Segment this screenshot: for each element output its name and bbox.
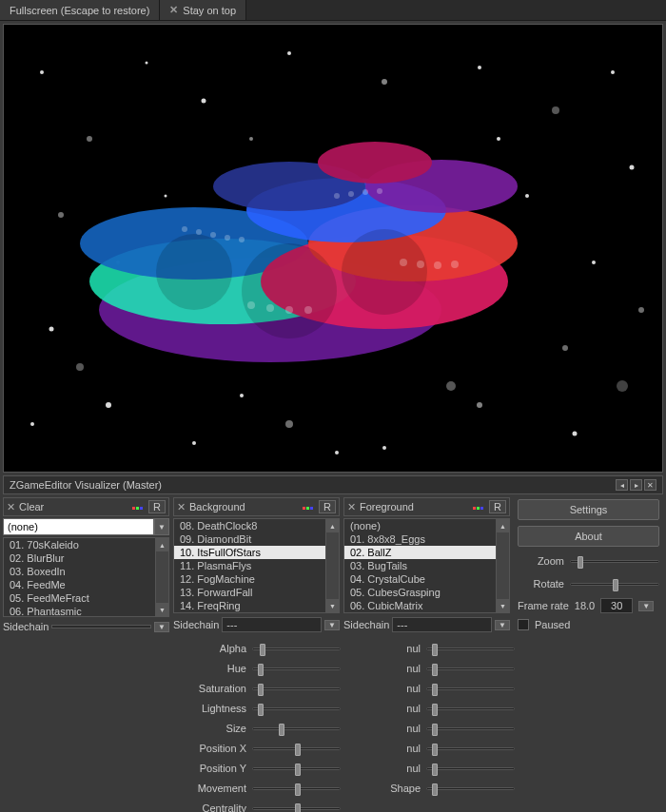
slider-track[interactable] [426, 648, 515, 650]
list-item[interactable]: 09. DiamondBit [174, 532, 339, 546]
framerate-target-input[interactable]: 30 [600, 598, 633, 613]
next-button[interactable]: ▸ [630, 479, 642, 491]
slider-track[interactable] [426, 787, 515, 790]
scrollbar[interactable]: ▲▼ [155, 538, 168, 616]
clear-listbox[interactable]: 01. 70sKaleido02. BlurBlur03. BoxedIn04.… [3, 537, 169, 617]
list-item[interactable]: 04. CrystalCube [344, 572, 509, 586]
slider-track[interactable] [252, 667, 341, 670]
foreground-listbox[interactable]: (none)01. 8x8x8_Eggs02. BallZ03. BugTail… [343, 518, 510, 613]
list-item[interactable]: 02. BallZ [344, 546, 509, 559]
scroll-up-icon[interactable]: ▲ [497, 519, 509, 532]
slider-track[interactable] [426, 687, 515, 690]
color-grid-icon[interactable] [131, 500, 145, 513]
slider-thumb[interactable] [432, 764, 438, 776]
slider-track[interactable] [252, 747, 341, 750]
chevron-down-icon[interactable]: ▼ [324, 620, 340, 630]
list-item[interactable]: 10. ItsFullOfStars [174, 546, 339, 559]
slider-thumb[interactable] [432, 644, 438, 656]
list-item[interactable]: 12. FogMachine [174, 572, 339, 586]
list-item[interactable]: 11. PlasmaFlys [174, 559, 339, 572]
slider-thumb[interactable] [258, 664, 264, 676]
slider-thumb[interactable] [258, 704, 264, 716]
svg-point-51 [348, 191, 354, 197]
list-item[interactable]: 08. DeathClock8 [174, 519, 339, 532]
slider-thumb[interactable] [295, 764, 301, 776]
slider-track[interactable] [252, 767, 341, 770]
scrollbar[interactable]: ▲▼ [496, 519, 509, 612]
slider-thumb[interactable] [295, 744, 301, 756]
list-item[interactable]: 14. FreqRing [174, 599, 339, 612]
slider-track[interactable] [426, 747, 515, 750]
tab-fullscreen[interactable]: Fullscreen (Escape to restore) [0, 0, 160, 20]
slider-thumb[interactable] [258, 684, 264, 696]
list-item[interactable]: 01. 8x8x8_Eggs [344, 532, 509, 546]
slider-track[interactable] [252, 648, 341, 650]
slider-thumb[interactable] [279, 724, 284, 736]
chevron-down-icon[interactable]: ▼ [495, 620, 510, 630]
slider-thumb[interactable] [432, 744, 438, 756]
chevron-down-icon[interactable]: ▼ [154, 622, 169, 632]
reset-button[interactable]: R [489, 500, 506, 513]
slider-thumb[interactable] [432, 783, 438, 796]
list-item[interactable]: 05. CubesGrasping [344, 586, 509, 599]
list-item[interactable]: 01. 70sKaleido [4, 538, 168, 551]
chevron-down-icon[interactable]: ▼ [154, 518, 169, 535]
list-item[interactable]: (none) [344, 519, 509, 532]
sidechain-label: Sidechain [173, 619, 219, 630]
close-button[interactable]: ✕ [644, 479, 656, 491]
slider-thumb[interactable] [432, 704, 438, 716]
list-item[interactable]: 06. CubicMatrix [344, 599, 509, 612]
slider-track[interactable] [426, 727, 515, 730]
slider-thumb[interactable] [295, 803, 301, 813]
rotate-slider[interactable] [570, 583, 659, 586]
slider-track[interactable] [426, 707, 515, 710]
background-listbox[interactable]: 08. DeathClock809. DiamondBit10. ItsFull… [173, 518, 340, 613]
scroll-down-icon[interactable]: ▼ [326, 599, 339, 612]
reset-button[interactable]: R [319, 500, 336, 513]
settings-button[interactable]: Settings [518, 499, 659, 520]
list-item[interactable]: 06. Phantasmic [4, 605, 168, 617]
clear-select[interactable]: (none) ▼ [3, 518, 169, 535]
slider-thumb[interactable] [432, 684, 438, 696]
slider-track[interactable] [252, 787, 341, 790]
scroll-down-icon[interactable]: ▼ [156, 603, 168, 616]
reset-button[interactable]: R [148, 500, 166, 513]
zoom-slider[interactable] [570, 560, 659, 563]
slider-track[interactable] [426, 767, 515, 770]
slider-thumb[interactable] [260, 644, 265, 656]
scroll-up-icon[interactable]: ▲ [326, 519, 339, 532]
prev-button[interactable]: ◂ [616, 479, 628, 491]
slider-thumb[interactable] [432, 724, 438, 736]
list-item[interactable]: 02. BlurBlur [4, 551, 168, 565]
scroll-down-icon[interactable]: ▼ [497, 599, 509, 612]
tab-stay-on-top[interactable]: ✕ Stay on top [160, 0, 246, 20]
slider-track[interactable] [252, 727, 341, 730]
about-button[interactable]: About [518, 526, 659, 547]
close-icon[interactable]: ✕ [169, 4, 178, 16]
chevron-down-icon[interactable]: ▼ [638, 601, 654, 611]
svg-point-61 [304, 306, 312, 314]
slider-track[interactable] [426, 667, 515, 670]
slider-row: nul [348, 660, 515, 677]
color-grid-icon[interactable] [302, 500, 315, 513]
svg-point-43 [242, 243, 337, 338]
scroll-up-icon[interactable]: ▲ [156, 538, 168, 551]
slider-thumb[interactable] [432, 664, 438, 676]
slider-track[interactable] [252, 707, 341, 710]
slider-track[interactable] [252, 687, 341, 690]
slider-thumb[interactable] [295, 783, 301, 796]
scrollbar[interactable]: ▲▼ [325, 519, 339, 612]
close-icon[interactable]: ✕ [7, 501, 15, 513]
slider-thumb[interactable] [578, 556, 583, 569]
close-icon[interactable]: ✕ [177, 501, 186, 513]
slider-track[interactable] [252, 807, 341, 810]
list-item[interactable]: 03. BugTails [344, 559, 509, 572]
list-item[interactable]: 13. ForwardFall [174, 586, 339, 599]
paused-checkbox[interactable] [518, 619, 529, 630]
list-item[interactable]: 05. FeedMeFract [4, 591, 168, 605]
close-icon[interactable]: ✕ [347, 501, 356, 513]
color-grid-icon[interactable] [472, 500, 485, 513]
list-item[interactable]: 03. BoxedIn [4, 565, 168, 578]
list-item[interactable]: 04. FeedMe [4, 578, 168, 591]
slider-thumb[interactable] [613, 579, 618, 591]
